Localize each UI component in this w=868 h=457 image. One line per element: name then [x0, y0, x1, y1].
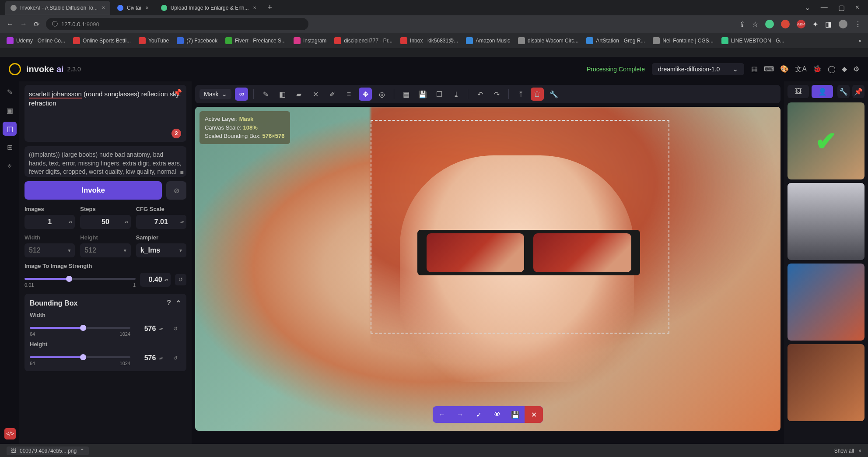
close-icon[interactable]: × [102, 5, 105, 11]
browser-tab[interactable]: InvokeAI - A Stable Diffusion To... × [5, 1, 110, 15]
share-icon[interactable]: ⇪ [739, 20, 745, 28]
extension-icon[interactable] [781, 20, 790, 28]
download-item[interactable]: 🖼 000979.40d74eb5....png ⌃ [7, 446, 89, 455]
nodes-icon[interactable]: ⊞ [3, 140, 17, 154]
extension-icon[interactable] [765, 20, 774, 28]
reset-icon[interactable]: ↺ [170, 323, 181, 334]
image-to-image-icon[interactable]: ▣ [3, 103, 17, 117]
show-hide-icon[interactable]: 👁 [488, 406, 506, 423]
extensions-icon[interactable]: ✦ [812, 20, 818, 28]
bookmark[interactable]: disable Wacom Circ... [518, 37, 578, 44]
undo-icon[interactable]: ↶ [473, 88, 486, 101]
gallery-thumb[interactable]: ✔ [788, 102, 864, 179]
invoke-button[interactable]: Invoke [24, 181, 162, 200]
forward-icon[interactable]: → [20, 20, 27, 28]
close-icon[interactable]: × [253, 5, 256, 11]
adblock-icon[interactable]: ABP [797, 20, 805, 28]
wrench-icon[interactable]: 🔧 [547, 88, 560, 101]
close-icon[interactable]: × [855, 4, 859, 12]
bookmark[interactable]: Online Sports Betti... [73, 37, 131, 44]
eyedropper-icon[interactable]: ✐ [326, 88, 339, 101]
language-icon[interactable]: 文A [795, 65, 807, 74]
prompt-input[interactable]: scarlett johansson (round sunglasses) re… [24, 85, 186, 142]
close-icon[interactable]: × [858, 448, 861, 454]
palette-icon[interactable]: 🎨 [780, 65, 789, 74]
discard-icon[interactable]: ✕ [525, 406, 543, 423]
bookmark[interactable]: LINE WEBTOON - G... [721, 37, 784, 44]
bbox-height-input[interactable]: 576▴▾ [135, 351, 165, 365]
delete-icon[interactable]: 🗑 [531, 88, 544, 101]
redo-icon[interactable]: ↷ [490, 88, 503, 101]
lines-icon[interactable]: ≡ [342, 88, 355, 101]
next-icon[interactable]: → [451, 406, 469, 423]
gallery-user-icon[interactable]: 👤 [812, 85, 833, 98]
chevron-up-icon[interactable]: ⌃ [80, 448, 84, 454]
bug-icon[interactable]: 🐞 [813, 65, 822, 74]
browser-tab[interactable]: Civitai × [112, 1, 154, 15]
sidepanel-icon[interactable]: ◨ [825, 20, 832, 28]
bbox-width-input[interactable]: 576▴▾ [135, 322, 165, 336]
gallery-thumb[interactable] [788, 264, 864, 341]
layer-select[interactable]: Mask⌄ [200, 89, 231, 99]
canvas-viewport[interactable]: Active Layer: Mask Canvas Scale: 108% Sc… [195, 107, 780, 431]
eraser-icon[interactable]: ◧ [276, 88, 289, 101]
sampler-select[interactable]: k_lms [136, 243, 186, 257]
download-icon[interactable]: ⤓ [449, 88, 462, 101]
github-icon[interactable]: ◯ [828, 65, 836, 74]
dev-toggle-icon[interactable]: </> [4, 428, 16, 439]
settings-icon[interactable]: ⚙ [853, 65, 859, 74]
images-input[interactable]: 1▴▾ [24, 215, 75, 229]
bounding-box-overlay[interactable] [371, 120, 669, 334]
fill-icon[interactable]: ▰ [292, 88, 305, 101]
back-icon[interactable]: ← [7, 20, 14, 28]
bookmark[interactable]: Neil Fontaine | CGS... [653, 37, 714, 44]
profile-icon[interactable] [839, 20, 847, 28]
cfg-input[interactable]: 7.01▴▾ [136, 215, 186, 229]
gallery-thumb[interactable] [788, 183, 864, 260]
bookmark[interactable]: ArtStation - Greg R... [586, 37, 645, 44]
maximize-icon[interactable]: ▢ [838, 4, 845, 12]
gallery-settings-icon[interactable]: 🔧 [837, 85, 850, 98]
negative-prompt-input[interactable]: ((implants)) (large boobs) nude bad anat… [24, 146, 186, 177]
reload-icon[interactable]: ⟳ [34, 20, 39, 28]
discord-icon[interactable]: ◆ [842, 65, 847, 74]
bbox-width-slider[interactable] [30, 327, 130, 329]
browser-tab[interactable]: Upload Image to Enlarge & Enh... × [156, 1, 262, 15]
width-select[interactable]: 512 [24, 243, 75, 257]
move-icon[interactable]: ✥ [359, 88, 372, 101]
text-to-image-icon[interactable]: ✎ [3, 85, 17, 99]
target-icon[interactable]: ◎ [375, 88, 388, 101]
bookmarks-overflow-icon[interactable]: » [858, 38, 861, 44]
keyboard-icon[interactable]: ⌨ [764, 65, 774, 74]
star-icon[interactable]: ☆ [752, 20, 758, 28]
help-icon[interactable]: ? [167, 299, 171, 307]
clear-icon[interactable]: ✕ [309, 88, 322, 101]
model-selector[interactable]: dreamlike-diffusion-1.0 ⌄ [652, 63, 744, 75]
show-all-link[interactable]: Show all [834, 448, 854, 454]
height-select[interactable]: 512 [80, 243, 130, 257]
bookmark[interactable]: Udemy - Online Co... [7, 37, 65, 44]
gallery-results-icon[interactable]: 🖼 [788, 85, 809, 98]
reset-icon[interactable]: ↺ [170, 352, 181, 364]
cancel-button[interactable]: ⊘ [166, 181, 186, 200]
prev-icon[interactable]: ← [433, 406, 451, 423]
gallery-pin-icon[interactable]: 📌 [852, 85, 864, 98]
steps-input[interactable]: 50▴▾ [80, 215, 130, 229]
prompt-trigger-badge[interactable]: 2 [172, 129, 181, 138]
unified-canvas-icon[interactable]: ◫ [3, 122, 17, 136]
merge-icon[interactable]: ▤ [399, 88, 413, 101]
new-tab-button[interactable]: + [263, 3, 277, 12]
address-bar[interactable]: ⓘ 127.0.0.1:9090 [46, 18, 308, 30]
bbox-height-slider[interactable] [30, 356, 130, 358]
chevron-down-icon[interactable]: ⌄ [805, 4, 810, 12]
clear-icon[interactable]: ■ [180, 168, 184, 177]
copy-icon[interactable]: ❐ [433, 88, 446, 101]
reset-icon[interactable]: ↺ [175, 274, 186, 285]
bookmark[interactable]: Inbox - klk56831@... [400, 37, 458, 44]
close-icon[interactable]: × [146, 5, 149, 11]
bookmark[interactable]: Instagram [294, 37, 326, 44]
i2i-strength-input[interactable]: 0.40▴▾ [140, 273, 171, 287]
i2i-strength-slider[interactable] [24, 278, 136, 280]
bookmark[interactable]: discipleneil777 - Pr... [334, 37, 392, 44]
collapse-icon[interactable]: ⌃ [175, 299, 181, 307]
